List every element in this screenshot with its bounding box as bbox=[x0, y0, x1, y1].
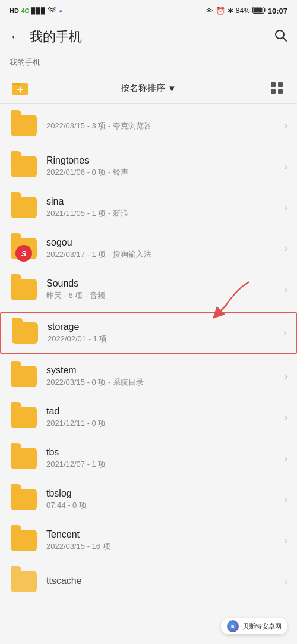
chevron-icon-sounds: › bbox=[285, 284, 287, 295]
folder-item-sina[interactable]: sina 2021/11/05 - 1 项 - 新浪 › bbox=[0, 187, 297, 228]
folder-meta-tbs: 2021/12/07 - 1 项 bbox=[46, 459, 280, 470]
status-bar: HD 4G ▊▊▊ ● 👁 ⏰ ✱ 84% 10:07 bbox=[0, 0, 297, 21]
folder-name-tencent: Tencent bbox=[46, 529, 280, 540]
folder-icon-kuake bbox=[10, 111, 38, 140]
chevron-icon-tbs: › bbox=[285, 453, 287, 464]
search-button[interactable] bbox=[273, 28, 287, 46]
folder-meta-tencent: 2022/03/15 - 16 项 bbox=[46, 541, 280, 552]
folder-info-sounds: Sounds 昨天 - 6 项 - 音频 bbox=[46, 278, 280, 301]
battery-percent: 84% bbox=[236, 7, 250, 15]
chevron-icon-storage: › bbox=[283, 328, 286, 338]
folder-item-tencent[interactable]: Tencent 2022/03/15 - 16 项 › bbox=[0, 520, 297, 561]
svg-rect-11 bbox=[271, 89, 276, 94]
sort-button[interactable]: 按名称排序 ▼ bbox=[121, 83, 176, 94]
svg-rect-9 bbox=[271, 82, 276, 87]
chevron-icon-tad: › bbox=[285, 412, 287, 423]
folder-info-tencent: Tencent 2022/03/15 - 16 项 bbox=[46, 529, 280, 552]
folder-icon-ringtones bbox=[10, 152, 38, 181]
folder-item-tbs[interactable]: tbs 2021/12/07 - 1 项 › bbox=[0, 438, 297, 479]
chevron-icon-kuake: › bbox=[285, 120, 287, 131]
folder-meta-sina: 2021/11/05 - 1 项 - 新浪 bbox=[46, 208, 280, 219]
folder-item-sogou[interactable]: S sogou 2022/03/17 - 1 项 - 搜狗输入法 › bbox=[0, 228, 297, 269]
folder-info-sogou: sogou 2022/03/17 - 1 项 - 搜狗输入法 bbox=[46, 237, 280, 260]
svg-text:B: B bbox=[231, 624, 235, 629]
status-left: HD 4G ▊▊▊ ● bbox=[10, 7, 62, 15]
sogou-badge: S bbox=[15, 245, 32, 262]
alarm-icon: ⏰ bbox=[216, 7, 225, 15]
folder-info-storage: storage 2022/02/01 - 1 项 bbox=[48, 322, 279, 344]
chevron-icon-sogou: › bbox=[285, 243, 287, 254]
folder-item-storage-container: storage 2022/02/01 - 1 项 › bbox=[0, 312, 297, 354]
folder-meta-sounds: 昨天 - 6 项 - 音频 bbox=[46, 290, 280, 301]
folder-info-tbslog: tbslog 07:44 - 0 项 bbox=[46, 488, 280, 511]
folder-icon-storage bbox=[11, 319, 39, 347]
signal-bars: ▊▊▊ bbox=[31, 8, 46, 14]
folder-icon-sounds bbox=[10, 275, 38, 304]
watermark-icon: B bbox=[227, 620, 239, 632]
chevron-icon-ringtones: › bbox=[285, 161, 287, 172]
top-bar: ← 我的手机 bbox=[0, 21, 297, 55]
back-button[interactable]: ← bbox=[10, 29, 23, 45]
svg-rect-10 bbox=[278, 82, 283, 87]
folder-item-sounds[interactable]: Sounds 昨天 - 6 项 - 音频 › bbox=[0, 269, 297, 310]
chevron-icon-tencent: › bbox=[285, 535, 287, 546]
folder-name-ringtones: Ringtones bbox=[46, 155, 280, 166]
folder-info-ringtones: Ringtones 2022/01/06 - 0 项 - 铃声 bbox=[46, 155, 280, 178]
folder-icon-tbs bbox=[10, 444, 38, 473]
folder-item-ringtones[interactable]: Ringtones 2022/01/06 - 0 项 - 铃声 › bbox=[0, 146, 297, 187]
folder-item-kuake[interactable]: 2022/03/15 - 3 项 - 夸克浏览器 › bbox=[0, 105, 297, 146]
breadcrumb: 我的手机 bbox=[0, 55, 297, 73]
folder-item-tbslog[interactable]: tbslog 07:44 - 0 项 › bbox=[0, 479, 297, 520]
folder-item-storage[interactable]: storage 2022/02/01 - 1 项 › bbox=[0, 312, 297, 354]
folder-item-system[interactable]: system 2022/03/15 - 0 项 - 系统目录 › bbox=[0, 356, 297, 397]
watermark-text: 贝斯特安卓网 bbox=[242, 622, 282, 631]
folder-meta-tbslog: 07:44 - 0 项 bbox=[46, 500, 280, 511]
toolbar: 按名称排序 ▼ bbox=[0, 73, 297, 104]
folder-item-ttscache[interactable]: ttscache › bbox=[0, 561, 297, 602]
folder-name-tad: tad bbox=[46, 406, 280, 417]
folder-name-sogou: sogou bbox=[46, 237, 280, 248]
folder-icon-sina bbox=[10, 193, 38, 222]
folder-meta-kuake: 2022/03/15 - 3 项 - 夸克浏览器 bbox=[46, 121, 280, 131]
network-indicator: HD bbox=[10, 7, 19, 14]
folder-name-sounds: Sounds bbox=[46, 278, 280, 289]
folder-info-tad: tad 2021/12/11 - 0 项 bbox=[46, 406, 280, 429]
folder-info-tbs: tbs 2021/12/07 - 1 项 bbox=[46, 447, 280, 470]
status-dot: ● bbox=[59, 8, 62, 14]
chevron-icon-ttscache: › bbox=[285, 576, 287, 587]
svg-rect-12 bbox=[278, 89, 283, 94]
page-title: 我的手机 bbox=[30, 28, 82, 46]
folder-name-ttscache: ttscache bbox=[46, 576, 280, 586]
folder-icon-tad bbox=[10, 403, 38, 432]
folder-info-sina: sina 2021/11/05 - 1 项 - 新浪 bbox=[46, 196, 280, 219]
wifi-icon bbox=[48, 7, 56, 15]
svg-rect-2 bbox=[253, 7, 262, 12]
sort-label: 按名称排序 bbox=[121, 83, 165, 94]
watermark: B 贝斯特安卓网 bbox=[221, 618, 287, 634]
bluetooth-icon: ✱ bbox=[228, 7, 233, 15]
time-display: 10:07 bbox=[268, 7, 287, 15]
folder-icon-system bbox=[10, 362, 38, 391]
folder-icon-tencent bbox=[10, 526, 38, 555]
chevron-icon-sina: › bbox=[285, 202, 287, 213]
folder-meta-ringtones: 2022/01/06 - 0 项 - 铃声 bbox=[46, 167, 280, 178]
top-bar-left: ← 我的手机 bbox=[10, 28, 82, 46]
chevron-icon-system: › bbox=[285, 371, 287, 382]
folder-meta-storage: 2022/02/01 - 1 项 bbox=[48, 334, 279, 344]
folder-meta-system: 2022/03/15 - 0 项 - 系统目录 bbox=[46, 377, 280, 388]
svg-line-4 bbox=[283, 38, 287, 42]
svg-rect-1 bbox=[264, 8, 265, 12]
folder-name-tbslog: tbslog bbox=[46, 488, 280, 499]
folder-name-storage: storage bbox=[48, 322, 279, 332]
view-toggle-button[interactable] bbox=[266, 77, 287, 99]
folder-meta-sogou: 2022/03/17 - 1 项 - 搜狗输入法 bbox=[46, 249, 280, 260]
add-folder-button[interactable] bbox=[10, 77, 31, 99]
folder-name-tbs: tbs bbox=[46, 447, 280, 458]
signal-4g: 4G bbox=[21, 8, 29, 14]
folder-icon-ttscache bbox=[10, 567, 38, 596]
folder-info-system: system 2022/03/15 - 0 项 - 系统目录 bbox=[46, 365, 280, 388]
eye-status-icon: 👁 bbox=[206, 7, 213, 15]
folder-name-system: system bbox=[46, 365, 280, 376]
folder-item-tad[interactable]: tad 2021/12/11 - 0 项 › bbox=[0, 397, 297, 438]
sort-arrow-icon: ▼ bbox=[168, 83, 176, 93]
